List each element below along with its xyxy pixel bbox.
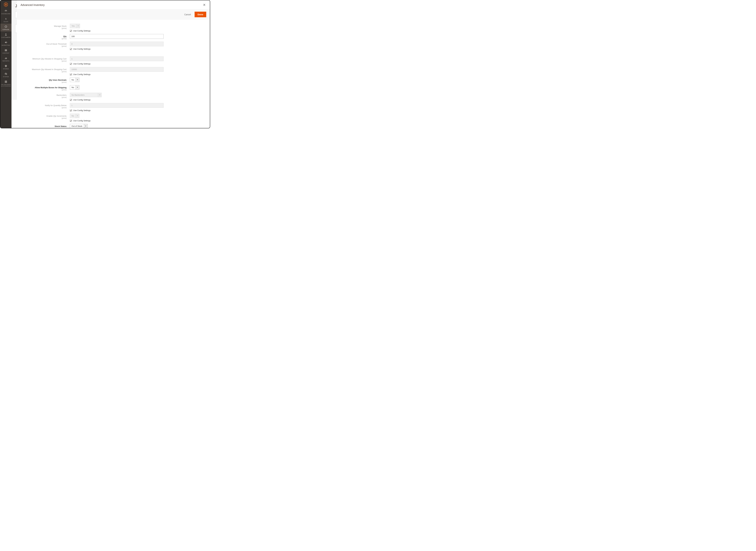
notify-below-input <box>70 103 164 108</box>
modal-header: Advanced Inventory ✕ <box>17 0 210 9</box>
row-oos-threshold: Out-of-Stock Threshold [global] Use Conf… <box>23 42 204 50</box>
label-stock-status: Stock Status <box>55 125 67 127</box>
sidebar-item-marketing[interactable]: MARKETING <box>0 39 11 47</box>
qty-input[interactable] <box>70 34 164 39</box>
modal-body: Manage Stock [global] Yes Use Config Set… <box>17 20 210 128</box>
row-qty-increments: Enable Qty Increments [global] No Use Co… <box>23 114 204 122</box>
qty-increments-select: No <box>70 114 79 118</box>
close-icon[interactable]: ✕ <box>202 3 206 7</box>
ucs-label: Use Config Settings <box>73 30 91 32</box>
svg-rect-10 <box>5 82 6 83</box>
sidebar-item-label: DASHBOARD <box>1 13 10 15</box>
label-min-qty-cart: Minimum Qty Allowed in Shopping Cart <box>33 58 67 60</box>
advanced-inventory-modal: Advanced Inventory ✕ Cancel Done Manage … <box>17 0 210 128</box>
sidebar-item-label: SYSTEM <box>3 76 9 77</box>
row-backorders: Backorders [global] No Backorders Use Co… <box>23 93 204 101</box>
oos-threshold-ucs-checkbox[interactable] <box>70 48 72 50</box>
row-stock-status: Stock Status [global] Out of Stock <box>23 124 204 128</box>
row-notify-below: Notify for Quantity Below [global] Use C… <box>23 103 204 111</box>
svg-text:$: $ <box>5 18 7 20</box>
label-backorders: Backorders <box>57 94 67 96</box>
min-qty-cart-input <box>70 56 164 61</box>
label-oos-threshold: Out-of-Stock Threshold <box>46 43 67 45</box>
gear-icon <box>4 72 8 75</box>
stock-status-select[interactable]: Out of Stock <box>70 124 88 128</box>
chevron-down-icon <box>76 24 80 28</box>
label-notify-below: Notify for Quantity Below <box>45 104 67 106</box>
qty-decimals-select[interactable]: No <box>70 78 79 82</box>
svg-rect-7 <box>6 58 7 59</box>
label-qty: Qty <box>63 35 67 38</box>
multi-boxes-select[interactable]: No <box>70 85 79 90</box>
sidebar-item-label: CONTENT <box>2 52 9 54</box>
svg-rect-11 <box>6 82 7 83</box>
svg-rect-2 <box>5 49 7 50</box>
svg-rect-3 <box>5 50 6 51</box>
modal-title: Advanced Inventory <box>21 3 45 7</box>
sidebar-item-label: CUSTOMERS <box>1 37 10 38</box>
sidebar-item-ind-partners-extensions[interactable]: IND PARTNERS & EXTENSIONS <box>0 79 11 88</box>
label-multi-boxes: Allow Multiple Boxes for Shipping <box>35 86 67 89</box>
row-min-qty-cart: Minimum Qty Allowed in Shopping Cart [gl… <box>23 56 204 65</box>
sidebar-item-label: STORES <box>3 68 9 70</box>
dollar-icon: $ <box>4 17 8 20</box>
sidebar-item-stores[interactable]: STORES <box>0 63 11 71</box>
chevron-down-icon <box>98 93 102 97</box>
sidebar-item-dashboard[interactable]: DASHBOARD <box>0 8 11 16</box>
sidebar-item-sales[interactable]: $SALES <box>0 16 11 24</box>
max-qty-cart-input <box>70 67 164 72</box>
sidebar-item-catalog[interactable]: CATALOG <box>0 24 11 31</box>
label-qty-increments: Enable Qty Increments <box>47 115 67 117</box>
admin-sidebar: DASHBOARD$SALESCATALOGCUSTOMERSMARKETING… <box>0 0 11 128</box>
storefront-icon <box>4 64 8 67</box>
sidebar-item-customers[interactable]: CUSTOMERS <box>0 31 11 39</box>
max-qty-cart-ucs-checkbox[interactable] <box>70 73 72 75</box>
label-qty-decimals: Qty Uses Decimals <box>49 79 67 81</box>
sidebar-item-label: SALES <box>4 21 8 22</box>
sidebar-item-reports[interactable]: REPORTS <box>0 55 11 63</box>
row-max-qty-cart: Maximum Qty Allowed in Shopping Cart [gl… <box>23 67 204 75</box>
backorders-select: No Backorders <box>70 93 102 97</box>
manage-stock-ucs-checkbox[interactable] <box>70 30 72 32</box>
sidebar-item-label: CATALOG <box>3 29 9 30</box>
svg-rect-5 <box>5 58 5 59</box>
svg-rect-9 <box>6 81 7 82</box>
svg-rect-4 <box>6 50 7 51</box>
bars-icon <box>4 57 8 60</box>
svg-point-1 <box>5 33 6 34</box>
row-qty-decimals: Qty Uses Decimals [global] No <box>23 78 204 83</box>
cancel-button[interactable]: Cancel <box>183 12 192 17</box>
magento-logo-icon <box>4 2 8 7</box>
scope-label: [global] <box>23 28 67 29</box>
backorders-ucs-checkbox[interactable] <box>70 99 72 101</box>
chevron-down-icon[interactable] <box>76 85 79 90</box>
gauge-icon <box>4 9 8 12</box>
chevron-down-icon[interactable] <box>76 78 79 82</box>
label-manage-stock: Manage Stock <box>54 25 67 27</box>
row-multi-boxes: Allow Multiple Boxes for Shipping [globa… <box>23 85 204 91</box>
megaphone-icon <box>4 41 8 44</box>
sidebar-item-label: MARKETING <box>2 44 10 46</box>
modal-action-bar: Cancel Done <box>17 9 210 20</box>
row-manage-stock: Manage Stock [global] Yes Use Config Set… <box>23 24 204 32</box>
sidebar-item-label: IND PARTNERS & EXTENSIONS <box>1 84 11 87</box>
min-qty-cart-ucs-checkbox[interactable] <box>70 63 72 65</box>
svg-rect-8 <box>5 81 6 82</box>
sidebar-item-label: REPORTS <box>2 60 9 62</box>
done-button[interactable]: Done <box>195 12 206 17</box>
notify-below-ucs-checkbox[interactable] <box>70 109 72 111</box>
layout-icon <box>4 49 8 52</box>
sidebar-item-content[interactable]: CONTENT <box>0 47 11 55</box>
label-max-qty-cart: Maximum Qty Allowed in Shopping Cart <box>32 68 67 70</box>
row-qty: Qty [global] <box>23 34 204 39</box>
svg-rect-6 <box>6 57 6 59</box>
chevron-down-icon <box>76 114 79 118</box>
qty-increments-ucs-checkbox[interactable] <box>70 120 72 122</box>
brand-logo[interactable] <box>0 1 11 8</box>
oos-threshold-input <box>70 42 164 46</box>
sidebar-item-system[interactable]: SYSTEM <box>0 71 11 79</box>
chevron-down-icon[interactable] <box>84 124 88 128</box>
blocks-icon <box>4 80 8 83</box>
person-icon <box>4 33 8 36</box>
manage-stock-select: Yes <box>70 24 80 28</box>
